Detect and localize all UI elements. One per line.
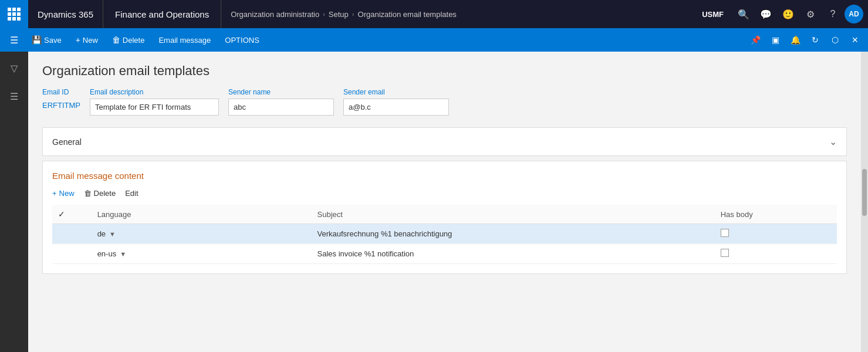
general-section-header[interactable]: General ⌄ <box>43 128 846 155</box>
new-button[interactable]: + New <box>70 33 104 47</box>
page-title: Organization email templates <box>42 63 847 79</box>
main-layout: ▽ ☰ Organization email templates Email I… <box>0 52 868 352</box>
breadcrumb-setup[interactable]: Setup <box>329 10 349 19</box>
delete-button[interactable]: 🗑 Delete <box>106 33 151 47</box>
avatar[interactable]: AD <box>845 5 863 23</box>
scrollbar[interactable] <box>861 52 868 352</box>
dropdown-arrow-icon[interactable]: ▼ <box>109 231 116 238</box>
sender-email-label: Sender email <box>343 88 449 96</box>
email-content-title: Email message content <box>52 171 837 181</box>
content-new-button[interactable]: + New <box>52 189 75 198</box>
save-icon: 💾 <box>32 35 42 45</box>
filter-icon[interactable]: ▽ <box>5 59 23 77</box>
hasbody-checkbox[interactable] <box>721 229 729 237</box>
email-desc-label: Email description <box>90 88 219 96</box>
row-subject: Sales invoice %1 notification <box>312 244 715 264</box>
scrollbar-thumb[interactable] <box>862 169 867 216</box>
row-language[interactable]: de▼ <box>92 224 312 244</box>
main-content: Organization email templates Email ID ER… <box>28 52 861 352</box>
company-selector[interactable]: USMF <box>693 10 733 19</box>
email-content-table: ✓ Language Subject Has body de▼Verkaufsr… <box>52 205 837 264</box>
breadcrumb: Organization administratio › Setup › Org… <box>221 10 693 19</box>
hasbody-checkbox[interactable] <box>721 249 729 257</box>
email-id-field: Email ID ERFTITMP <box>42 88 80 112</box>
close-icon[interactable]: ✕ <box>847 32 863 48</box>
sender-name-label: Sender name <box>228 88 334 96</box>
search-icon[interactable]: 🔍 <box>733 4 754 25</box>
help-icon[interactable]: ? <box>822 4 843 25</box>
table-header: ✓ Language Subject Has body <box>52 205 837 224</box>
row-check <box>52 244 92 264</box>
open-icon[interactable]: ⬡ <box>827 32 843 48</box>
action-toolbar: ☰ 💾 Save + New 🗑 Delete Email message OP… <box>0 28 868 52</box>
chevron-down-icon: ⌄ <box>829 136 837 147</box>
col-subject[interactable]: Subject <box>312 205 715 224</box>
sidebar: ▽ ☰ <box>0 52 28 352</box>
email-message-button[interactable]: Email message <box>153 33 217 47</box>
email-content-section: Email message content + New 🗑 Delete Edi… <box>42 161 847 274</box>
save-button[interactable]: 💾 Save <box>26 33 67 47</box>
sender-name-input[interactable] <box>228 99 334 116</box>
content-edit-button[interactable]: Edit <box>125 189 138 198</box>
row-hasbody[interactable] <box>715 244 837 264</box>
menu-toggle[interactable]: ☰ <box>5 31 23 49</box>
dynamics-label: Dynamics 365 <box>28 0 103 28</box>
smiley-icon[interactable]: 🙂 <box>778 4 799 25</box>
content-delete-icon: 🗑 <box>84 189 92 198</box>
toolbar-right-icons: 📌 ▣ 🔔 ↻ ⬡ ✕ <box>747 32 863 48</box>
breadcrumb-org[interactable]: Organization administratio <box>231 10 319 19</box>
top-nav-icons: 🔍 💬 🙂 ⚙ ? AD <box>733 4 868 25</box>
pin-icon[interactable]: 📌 <box>747 32 764 48</box>
content-new-icon: + <box>52 189 57 198</box>
general-section-label: General <box>52 137 82 147</box>
table-row[interactable]: de▼Verkaufsrechnung %1 benachrichtigung <box>52 224 837 244</box>
email-id-label: Email ID <box>42 88 80 96</box>
email-desc-field: Email description <box>90 88 219 116</box>
content-delete-button[interactable]: 🗑 Delete <box>84 189 116 198</box>
form-row: Email ID ERFTITMP Email description Send… <box>42 88 847 116</box>
table-body: de▼Verkaufsrechnung %1 benachrichtigunge… <box>52 224 837 264</box>
refresh-icon[interactable]: ↻ <box>807 32 823 48</box>
row-subject: Verkaufsrechnung %1 benachrichtigung <box>312 224 715 244</box>
col-hasbody[interactable]: Has body <box>715 205 837 224</box>
delete-icon: 🗑 <box>112 35 120 45</box>
breadcrumb-current: Organization email templates <box>358 10 457 19</box>
row-hasbody[interactable] <box>715 224 837 244</box>
breadcrumb-sep-2: › <box>352 11 354 18</box>
email-desc-input[interactable] <box>90 99 219 116</box>
new-icon: + <box>76 35 80 45</box>
waffle-button[interactable] <box>0 0 28 28</box>
waffle-icon <box>8 8 21 21</box>
table-row[interactable]: en-us▼Sales invoice %1 notification <box>52 244 837 264</box>
settings-icon[interactable]: ⚙ <box>800 4 821 25</box>
sender-email-input[interactable] <box>343 99 449 116</box>
col-check: ✓ <box>52 205 92 224</box>
module-label: Finance and Operations <box>103 0 221 28</box>
office-icon[interactable]: ▣ <box>767 32 783 48</box>
language-value: de <box>97 229 106 238</box>
row-check <box>52 224 92 244</box>
col-language[interactable]: Language <box>92 205 312 224</box>
section-content-body: Email message content + New 🗑 Delete Edi… <box>43 161 846 273</box>
row-language[interactable]: en-us▼ <box>92 244 312 264</box>
top-navigation: Dynamics 365 Finance and Operations Orga… <box>0 0 868 28</box>
message-icon[interactable]: 💬 <box>755 4 776 25</box>
email-id-value[interactable]: ERFTITMP <box>42 99 80 112</box>
nav-icon[interactable]: ☰ <box>5 87 23 106</box>
sender-email-field: Sender email <box>343 88 449 116</box>
breadcrumb-sep-1: › <box>323 11 325 18</box>
content-toolbar: + New 🗑 Delete Edit <box>52 189 837 198</box>
sender-name-field: Sender name <box>228 88 334 116</box>
dropdown-arrow-icon[interactable]: ▼ <box>120 251 126 258</box>
bell-icon[interactable]: 🔔 <box>787 32 803 48</box>
language-value: en-us <box>97 249 117 258</box>
general-section: General ⌄ <box>42 127 847 156</box>
options-button[interactable]: OPTIONS <box>219 33 265 47</box>
